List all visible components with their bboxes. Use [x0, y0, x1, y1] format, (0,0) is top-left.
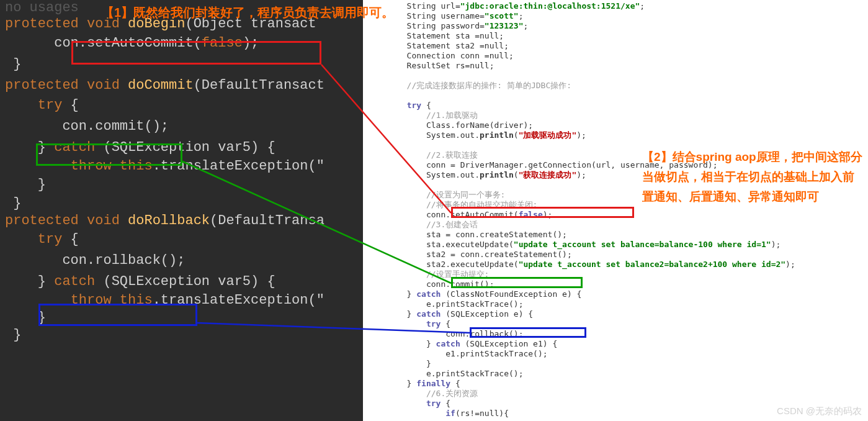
code-text: }	[5, 327, 363, 343]
code-text: {	[62, 232, 78, 247]
highlight-blue-right	[470, 327, 586, 338]
code-text: (SQLException var5) {	[95, 274, 275, 289]
code-text: doRollback	[128, 213, 210, 229]
highlight-green-left	[36, 143, 182, 166]
code-text: protected void	[5, 78, 120, 93]
code-text: try	[5, 97, 62, 113]
code-text: }	[5, 274, 54, 289]
code-text: protected void	[5, 213, 120, 229]
code-text: catch	[54, 274, 95, 289]
annotation-2: 【2】结合spring aop原理，把中间这部分当做切点，相当于在切点的基础上加…	[642, 147, 866, 207]
code-text: con.commit();	[5, 119, 363, 135]
code-text: (DefaultTransact	[194, 78, 324, 93]
code-text: doCommit	[128, 78, 194, 93]
highlight-blue-left	[38, 304, 197, 326]
code-text: }	[5, 177, 363, 193]
code-text: {	[62, 97, 78, 113]
highlight-red-right	[451, 207, 634, 218]
highlight-green-right	[451, 277, 583, 288]
code-text: (DefaultTransa	[210, 213, 324, 229]
code-text: con.rollback();	[5, 253, 363, 269]
code-text: try	[5, 232, 62, 247]
highlight-red-left	[71, 41, 321, 65]
annotation-1: 【1】既然给我们封装好了，程序员负责去调用即可。	[102, 4, 394, 21]
code-text: no usages	[5, 0, 79, 16]
watermark: CSDN @无奈的码农	[777, 405, 862, 417]
code-text: }	[5, 196, 363, 212]
